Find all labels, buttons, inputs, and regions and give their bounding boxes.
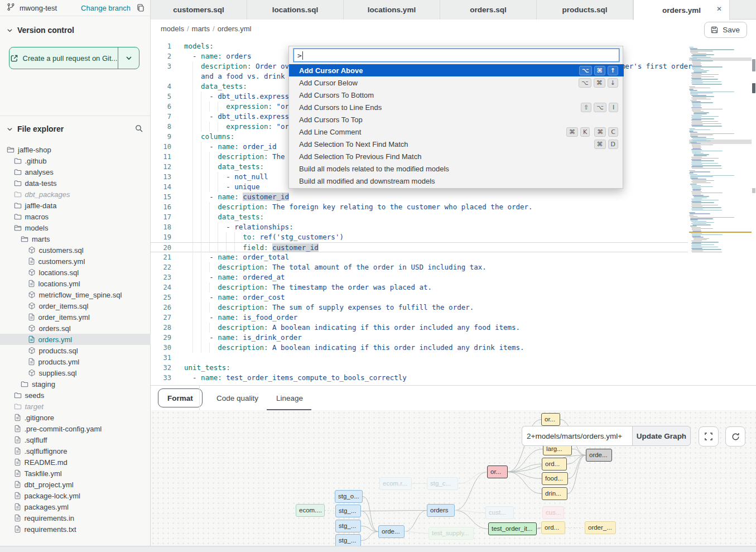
code-line-17[interactable]: 17data_tests:: [151, 212, 688, 222]
tree-item-metricflow-time-spine-sql[interactable]: metricflow_time_spine.sql: [0, 289, 151, 300]
tree-item-customers-sql[interactable]: customers.sql: [0, 244, 151, 256]
tree-item-order-items-yml[interactable]: order_items.yml: [0, 311, 151, 323]
lineage-node-stg_b[interactable]: stg_...: [335, 520, 361, 532]
lineage-node-orde_g[interactable]: orde...: [586, 449, 612, 462]
copy-branch-icon[interactable]: [136, 3, 145, 12]
lineage-node-ecom[interactable]: ecom....: [296, 504, 325, 517]
code-line-23[interactable]: 23- name: ordered_at: [151, 272, 688, 282]
save-button[interactable]: Save: [704, 22, 747, 38]
add-tab-button[interactable]: +: [753, 2, 756, 16]
lineage-node-ord2[interactable]: ord...: [541, 521, 565, 534]
lineage-node-stg_cf[interactable]: stg_c...: [427, 477, 458, 490]
tree-item-taskfile-yml[interactable]: Taskfile.yml: [0, 468, 151, 479]
tree-item-staging[interactable]: staging: [0, 378, 151, 390]
palette-item-add-selection-to-previous-find-match[interactable]: Add Selection To Previous Find Match: [289, 150, 624, 162]
lineage-node-test_sup[interactable]: test_supply...: [428, 527, 474, 540]
refresh-button[interactable]: [725, 426, 745, 447]
tree-item-marts[interactable]: marts: [0, 233, 151, 244]
tab-code-quality[interactable]: Code quality: [216, 386, 258, 411]
tree-item-locations-sql[interactable]: locations.sql: [0, 267, 151, 278]
update-graph-button[interactable]: Update Graph: [632, 426, 691, 446]
lineage-node-or_red[interactable]: or...: [487, 465, 508, 478]
tree-item-orders-sql[interactable]: orders.sql: [0, 323, 151, 334]
breadcrumb-item-models[interactable]: models: [161, 25, 184, 33]
tree-item-analyses[interactable]: analyses: [0, 166, 151, 177]
palette-item-add-cursors-to-bottom[interactable]: Add Cursors To Bottom: [289, 89, 624, 101]
code-line-31[interactable]: 31: [151, 353, 688, 363]
code-line-33[interactable]: 33- name: test_order_items_compute_to_bo…: [151, 373, 688, 383]
change-branch-link[interactable]: Change branch: [81, 4, 131, 12]
tree-item-seeds[interactable]: seeds: [0, 390, 151, 401]
tab-customers-sql[interactable]: customers.sql: [151, 0, 247, 20]
lineage-selector-input[interactable]: [522, 426, 632, 446]
tree-item-jaffle-data[interactable]: jaffle-data: [0, 200, 151, 211]
create-pr-button[interactable]: Create a pull request on Git...: [9, 47, 139, 69]
tree-item--sqlfluffignore[interactable]: .sqlfluffignore: [0, 445, 151, 457]
code-line-25[interactable]: 25- name: order_cost: [151, 292, 688, 303]
code-line-30[interactable]: 30description: A boolean indicating if t…: [151, 343, 688, 353]
code-line-26[interactable]: 26description: The sum of supply expense…: [151, 303, 688, 313]
code-line-21[interactable]: 21- name: order_total: [151, 252, 688, 262]
lineage-node-cus_f2[interactable]: cus...: [542, 506, 564, 519]
tree-item-macros[interactable]: macros: [0, 211, 151, 222]
lineage-node-ord1[interactable]: ord...: [542, 458, 567, 471]
tree-item-locations-yml[interactable]: locations.yml: [0, 278, 151, 289]
code-line-15[interactable]: 15- name: customer_id: [151, 192, 688, 202]
tree-item-products-sql[interactable]: products.sql: [0, 345, 151, 356]
tree-item--pre-commit-config-yaml[interactable]: .pre-commit-config.yaml: [0, 423, 151, 434]
scrollbar-marker[interactable]: [752, 83, 755, 93]
tab-lineage[interactable]: Lineage: [276, 386, 303, 411]
lineage-node-orde_b[interactable]: orde...: [378, 525, 405, 538]
tab-locations-sql[interactable]: locations.sql: [247, 0, 344, 20]
tree-item-package-lock-yml[interactable]: package-lock.yml: [0, 490, 151, 501]
palette-item-add-cursor-above[interactable]: Add Cursor Above⌥⌘↑: [289, 64, 624, 76]
code-line-32[interactable]: 32unit_tests:: [151, 363, 688, 373]
tree-item-orders-yml[interactable]: orders.yml: [0, 334, 151, 345]
code-line-28[interactable]: 28description: A boolean indicating if t…: [151, 323, 688, 333]
code-line-19[interactable]: 19to: ref('stg_customers'): [151, 232, 688, 242]
scrollbar-marker[interactable]: [752, 188, 755, 193]
tree-item-models[interactable]: models: [0, 222, 151, 233]
tree-item-requirements-txt[interactable]: requirements.txt: [0, 524, 151, 535]
tab-locations-yml[interactable]: locations.yml: [344, 0, 440, 20]
minimap-content[interactable]: [689, 47, 752, 255]
tree-item-data-tests[interactable]: data-tests: [0, 177, 151, 189]
tree-item-requirements-in[interactable]: requirements.in: [0, 512, 151, 524]
code-line-29[interactable]: 29- name: is_drink_order: [151, 333, 688, 343]
lineage-node-stg_c2[interactable]: stg_...: [335, 534, 361, 546]
fullscreen-button[interactable]: [699, 426, 719, 447]
lineage-node-orders[interactable]: orders: [427, 504, 455, 517]
tree-item-products-yml[interactable]: products.yml: [0, 356, 151, 367]
close-icon[interactable]: ✕: [716, 5, 722, 13]
code-line-22[interactable]: 22description: The total amount of the o…: [151, 262, 688, 272]
tree-item-dbt-packages[interactable]: dbt_packages: [0, 189, 151, 200]
lineage-node-or_top[interactable]: or...: [541, 413, 560, 426]
palette-item-add-cursor-below[interactable]: Add Cursor Below⌥⌘↓: [289, 76, 624, 89]
tab-orders-sql[interactable]: orders.sql: [440, 0, 537, 20]
lineage-node-order_y[interactable]: order_...: [585, 521, 616, 534]
code-line-24[interactable]: 24description: The timestamp the order w…: [151, 282, 688, 292]
code-line-20[interactable]: 20field: customer_id: [151, 242, 688, 252]
command-palette-input[interactable]: >: [293, 49, 619, 62]
palette-item-add-cursors-to-line-ends[interactable]: Add Cursors to Line Ends⇧⌥I: [289, 101, 624, 113]
version-control-header[interactable]: Version control: [7, 26, 74, 35]
palette-item-add-selection-to-next-find-match[interactable]: Add Selection To Next Find Match⌘D: [289, 138, 624, 150]
file-explorer-header[interactable]: File explorer: [7, 124, 64, 133]
tree-item--gitignore[interactable]: .gitignore: [0, 412, 151, 423]
tree-item--sqlfluff[interactable]: .sqlfluff: [0, 434, 151, 445]
palette-item-add-line-comment[interactable]: Add Line Comment⌘K⌘C: [289, 126, 624, 138]
lineage-node-drin[interactable]: drin...: [542, 487, 567, 500]
code-line-27[interactable]: 27- name: is_food_order: [151, 313, 688, 323]
tree-item-supplies-sql[interactable]: supplies.sql: [0, 367, 151, 378]
breadcrumb-item-orders-yml[interactable]: orders.yml: [218, 25, 252, 33]
lineage-node-stg_o[interactable]: stg_o...: [335, 490, 363, 503]
breadcrumb-item-marts[interactable]: marts: [192, 25, 210, 33]
lineage-node-test_ord[interactable]: test_order_it...: [488, 522, 537, 535]
search-icon[interactable]: [134, 124, 143, 135]
scrollbar-marker[interactable]: [752, 59, 755, 71]
code-line-16[interactable]: 16description: The foreign key relating …: [151, 202, 688, 212]
palette-item-add-cursors-to-top[interactable]: Add Cursors To Top: [289, 113, 624, 126]
lineage-node-food[interactable]: food...: [542, 472, 568, 485]
tree-item-jaffle-shop[interactable]: jaffle-shop: [0, 144, 151, 155]
tree-item-target[interactable]: target: [0, 401, 151, 412]
